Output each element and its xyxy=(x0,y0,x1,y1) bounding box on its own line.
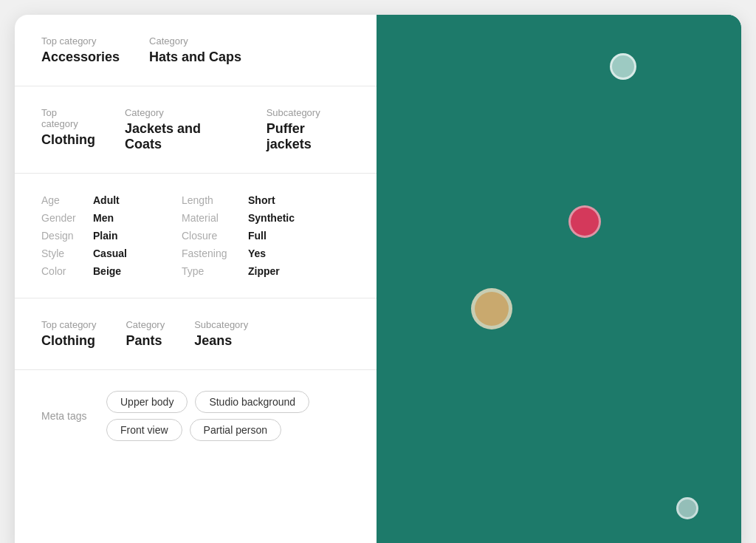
subcategory-label-jackets: Subcategory xyxy=(267,107,350,118)
category-value-accessories: Hats and Caps xyxy=(149,49,241,65)
tag-front-view[interactable]: Front view xyxy=(106,419,182,441)
attr-value-fastening: Yes xyxy=(248,247,337,259)
subcategory-value-jackets: Puffer jackets xyxy=(267,121,350,152)
attr-value-type: Zipper xyxy=(248,265,337,277)
attr-value-age: Adult xyxy=(93,194,182,206)
top-category-col-pants: Top category Clothing xyxy=(41,319,96,349)
dot-color xyxy=(471,288,512,329)
dot-hat xyxy=(610,53,636,80)
attributes-grid: Age Adult Length Short Gender Men Materi… xyxy=(41,194,350,277)
attr-value-style: Casual xyxy=(93,247,182,259)
category-label-accessories: Category xyxy=(149,35,241,47)
dot-bottom xyxy=(676,497,698,519)
category-value-jackets: Jackets and Coats xyxy=(125,121,237,152)
subcategory-label-pants: Subcategory xyxy=(194,319,248,330)
subcategory-value-pants: Jeans xyxy=(194,333,248,349)
tags-row-1: Upper body Studio background xyxy=(106,391,309,413)
attr-value-color: Beige xyxy=(93,265,182,277)
attr-value-closure: Full xyxy=(248,230,337,242)
category-value-pants: Pants xyxy=(126,333,165,349)
dot-chest xyxy=(568,205,601,238)
attr-value-length: Short xyxy=(248,194,337,206)
top-category-value-accessories: Accessories xyxy=(41,49,120,65)
section-meta: Meta tags Upper body Studio background F… xyxy=(15,370,377,462)
attr-label-type: Type xyxy=(182,265,248,277)
category-col-accessories: Category Hats and Caps xyxy=(149,35,241,65)
attr-label-color: Color xyxy=(41,265,93,277)
attr-label-closure: Closure xyxy=(182,230,248,242)
top-category-label-accessories: Top category xyxy=(41,35,120,47)
subcategory-col-jackets: Subcategory Puffer jackets xyxy=(267,107,350,152)
tag-studio-background[interactable]: Studio background xyxy=(195,391,309,413)
attr-value-material: Synthetic xyxy=(248,212,337,224)
attr-value-design: Plain xyxy=(93,230,182,242)
tag-upper-body[interactable]: Upper body xyxy=(106,391,188,413)
category-label-jackets: Category xyxy=(125,107,237,118)
tag-partial-person[interactable]: Partial person xyxy=(190,419,281,441)
top-category-col-accessories: Top category Accessories xyxy=(41,35,120,65)
left-panel: Top category Accessories Category Hats a… xyxy=(15,15,377,543)
top-category-col-jackets: Top category Clothing xyxy=(41,107,95,148)
section-jackets: Top category Clothing Category Jackets a… xyxy=(15,86,377,174)
category-label-pants: Category xyxy=(126,319,165,330)
top-category-value-jackets: Clothing xyxy=(41,132,95,148)
attr-label-fastening: Fastening xyxy=(182,247,248,259)
category-col-pants: Category Pants xyxy=(126,319,165,349)
top-category-label-jackets: Top category xyxy=(41,107,95,129)
meta-row: Meta tags Upper body Studio background F… xyxy=(41,391,350,441)
subcategory-col-pants: Subcategory Jeans xyxy=(194,319,248,349)
main-card: Top category Accessories Category Hats a… xyxy=(15,15,741,543)
top-category-value-pants: Clothing xyxy=(41,333,96,349)
section-pants: Top category Clothing Category Pants Sub… xyxy=(15,298,377,370)
top-category-label-pants: Top category xyxy=(41,319,96,330)
meta-tags-label: Meta tags xyxy=(41,410,94,422)
attr-label-length: Length xyxy=(182,194,248,206)
attr-label-gender: Gender xyxy=(41,212,93,224)
section-accessories: Top category Accessories Category Hats a… xyxy=(15,15,377,86)
attr-value-gender: Men xyxy=(93,212,182,224)
attr-label-style: Style xyxy=(41,247,93,259)
attr-label-age: Age xyxy=(41,194,93,206)
attr-label-design: Design xyxy=(41,230,93,242)
tags-container: Upper body Studio background Front view … xyxy=(106,391,309,441)
section-attributes: Age Adult Length Short Gender Men Materi… xyxy=(15,174,377,298)
background-layer xyxy=(377,15,741,543)
right-panel xyxy=(377,15,741,543)
attr-label-material: Material xyxy=(182,212,248,224)
category-col-jackets: Category Jackets and Coats xyxy=(125,107,237,152)
tags-row-2: Front view Partial person xyxy=(106,419,309,441)
